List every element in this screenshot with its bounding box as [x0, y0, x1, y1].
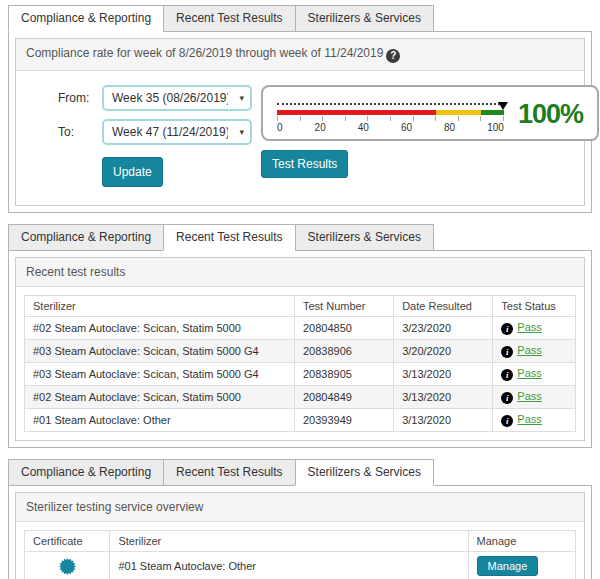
help-icon[interactable]: ?	[386, 49, 400, 63]
service-overview-heading: Sterilizer testing service overview	[16, 493, 584, 522]
test-status-cell: iPass	[493, 363, 576, 386]
tab-bar: Compliance & Reporting Recent Test Resul…	[8, 5, 592, 31]
to-label: To:	[58, 125, 102, 139]
gauge-tick-labels: 0 20 40 60 80 100	[277, 122, 504, 133]
test-number-cell: 20838905	[294, 363, 393, 386]
test-status-cell: iPass	[493, 317, 576, 340]
compliance-gauge: 0 20 40 60 80 100 100%	[261, 85, 599, 141]
tab-content: Compliance rate for week of 8/26/2019 th…	[8, 31, 592, 213]
tab-recent-test-results[interactable]: Recent Test Results	[163, 224, 296, 251]
compliance-rate-value: 100%	[518, 99, 583, 130]
info-icon[interactable]: i	[501, 415, 513, 427]
column-header-certificate: Certificate	[25, 531, 110, 552]
test-status-cell: iPass	[493, 409, 576, 432]
recent-test-results-panel: Compliance & Reporting Recent Test Resul…	[8, 224, 592, 448]
date-resulted-cell: 3/23/2020	[394, 317, 493, 340]
pass-link[interactable]: Pass	[517, 390, 541, 402]
manage-cell: Manage	[468, 552, 575, 579]
test-number-cell: 20804849	[294, 386, 393, 409]
column-header-date-resulted: Date Resulted	[394, 296, 493, 317]
sterilizer-cell: #02 Steam Autoclave: Scican, Statim 5000	[25, 317, 295, 340]
column-header-sterilizer: Sterilizer	[25, 296, 295, 317]
gauge-tick-label: 100	[487, 122, 504, 133]
info-icon[interactable]: i	[501, 323, 513, 335]
test-number-cell: 20838906	[294, 340, 393, 363]
tab-bar: Compliance & Reporting Recent Test Resul…	[8, 459, 592, 485]
table-row: #02 Steam Autoclave: Scican, Statim 5000…	[25, 386, 576, 409]
gauge-dotted-line	[277, 103, 504, 105]
table-row: #02 Steam Autoclave: Scican, Statim 5000…	[25, 317, 576, 340]
certificate-cell	[25, 552, 110, 579]
date-resulted-cell: 3/13/2020	[394, 363, 493, 386]
column-header-manage: Manage	[468, 531, 575, 552]
gauge-marker-icon	[498, 102, 508, 110]
gauge-ticks	[277, 116, 504, 121]
gauge-tick-label: 0	[277, 122, 283, 133]
date-resulted-cell: 3/13/2020	[394, 386, 493, 409]
gauge-bar	[277, 110, 504, 115]
gauge-tick-label: 80	[444, 122, 455, 133]
table-row: #01 Steam Autoclave: Other 20393949 3/13…	[25, 409, 576, 432]
tab-content: Recent test results Sterilizer Test Numb…	[8, 250, 592, 448]
pass-link[interactable]: Pass	[517, 367, 541, 379]
manage-button[interactable]: Manage	[477, 556, 539, 576]
info-icon[interactable]: i	[501, 346, 513, 358]
tab-recent-test-results[interactable]: Recent Test Results	[163, 5, 296, 32]
pass-link[interactable]: Pass	[517, 321, 541, 333]
table-row: #03 Steam Autoclave: Scican, Statim 5000…	[25, 363, 576, 386]
gauge-tick-label: 60	[401, 122, 412, 133]
sterilizer-cell: #03 Steam Autoclave: Scican, Statim 5000…	[25, 363, 295, 386]
test-status-cell: iPass	[493, 386, 576, 409]
test-status-cell: iPass	[493, 340, 576, 363]
tab-content: Sterilizer testing service overview Cert…	[8, 485, 592, 579]
sterilizer-cell: #01 Steam Autoclave: Other	[110, 552, 468, 579]
column-header-test-status: Test Status	[493, 296, 576, 317]
compliance-heading-text: Compliance rate for week of 8/26/2019 th…	[26, 46, 383, 60]
tab-bar: Compliance & Reporting Recent Test Resul…	[8, 224, 592, 250]
recent-test-results-table: Sterilizer Test Number Date Resulted Tes…	[24, 295, 576, 432]
date-range-form: From: Week 35 (08/26/2019) ▾ To: Wee	[24, 85, 256, 187]
sterilizers-services-panel: Compliance & Reporting Recent Test Resul…	[8, 459, 592, 579]
tab-compliance-reporting[interactable]: Compliance & Reporting	[8, 459, 164, 486]
tab-sterilizers-services[interactable]: Sterilizers & Services	[295, 459, 434, 486]
table-row: #03 Steam Autoclave: Scican, Statim 5000…	[25, 340, 576, 363]
table-header-row: Sterilizer Test Number Date Resulted Tes…	[25, 296, 576, 317]
column-header-test-number: Test Number	[294, 296, 393, 317]
info-icon[interactable]: i	[501, 392, 513, 404]
date-resulted-cell: 3/20/2020	[394, 340, 493, 363]
tab-compliance-reporting[interactable]: Compliance & Reporting	[8, 5, 164, 32]
sterilizer-cell: #02 Steam Autoclave: Scican, Statim 5000	[25, 386, 295, 409]
gauge-tick-label: 20	[315, 122, 326, 133]
from-week-select[interactable]: Week 35 (08/26/2019)	[102, 85, 252, 111]
update-button[interactable]: Update	[102, 157, 163, 187]
test-results-button[interactable]: Test Results	[261, 150, 348, 178]
gauge-tick-label: 40	[358, 122, 369, 133]
date-resulted-cell: 3/13/2020	[394, 409, 493, 432]
column-header-sterilizer: Sterilizer	[110, 531, 468, 552]
tab-recent-test-results[interactable]: Recent Test Results	[163, 459, 296, 486]
compliance-heading: Compliance rate for week of 8/26/2019 th…	[16, 39, 584, 71]
tab-sterilizers-services[interactable]: Sterilizers & Services	[295, 224, 434, 251]
test-number-cell: 20393949	[294, 409, 393, 432]
tab-compliance-reporting[interactable]: Compliance & Reporting	[8, 224, 164, 251]
table-row: #01 Steam Autoclave: Other Manage	[25, 552, 576, 579]
info-icon[interactable]: i	[501, 369, 513, 381]
pass-link[interactable]: Pass	[517, 413, 541, 425]
pass-link[interactable]: Pass	[517, 344, 541, 356]
sterilizer-cell: #01 Steam Autoclave: Other	[25, 409, 295, 432]
sterilizer-service-table: Certificate Sterilizer Manage #01 Steam …	[24, 530, 576, 579]
certificate-badge-icon[interactable]	[59, 558, 76, 575]
to-week-select[interactable]: Week 47 (11/24/2019)	[102, 119, 252, 145]
test-number-cell: 20804850	[294, 317, 393, 340]
sterilizer-cell: #03 Steam Autoclave: Scican, Statim 5000…	[25, 340, 295, 363]
tab-sterilizers-services[interactable]: Sterilizers & Services	[295, 5, 434, 32]
from-label: From:	[58, 91, 102, 105]
table-header-row: Certificate Sterilizer Manage	[25, 531, 576, 552]
compliance-reporting-panel: Compliance & Reporting Recent Test Resul…	[8, 5, 592, 213]
recent-results-heading: Recent test results	[16, 258, 584, 287]
